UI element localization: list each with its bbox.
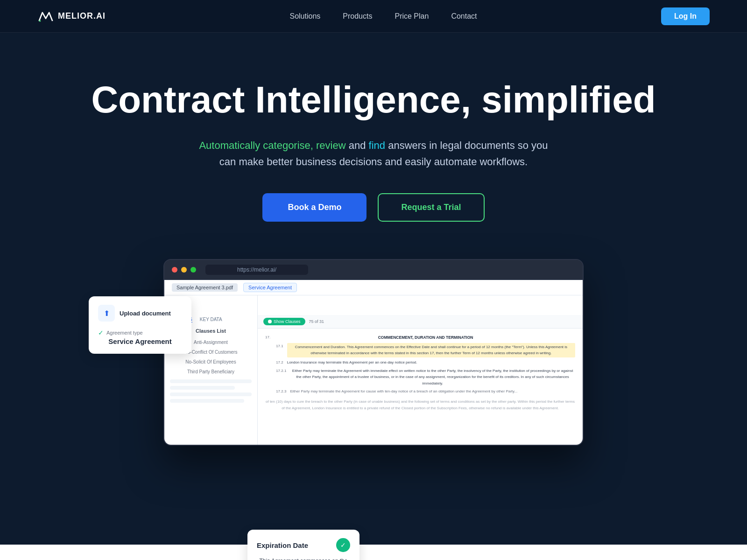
- agreement-card: ✓ Agreement type Service Agreement: [98, 329, 182, 345]
- nav-contact[interactable]: Contact: [451, 12, 477, 21]
- logo[interactable]: MELIOR.AI: [37, 10, 106, 23]
- upload-icon: ⬆: [98, 305, 115, 322]
- social-proof-section: Leading organisations use Melior swissco…: [0, 545, 747, 560]
- section-num: 17.: [265, 334, 270, 395]
- agreement-type-label: ✓ Agreement type: [98, 329, 182, 336]
- dot-yellow: [181, 267, 187, 273]
- url-bar: https://melior.ai/: [205, 265, 308, 275]
- logo-text: MELIOR.AI: [58, 11, 106, 21]
- hero-subtitle: Automatically categorise, review and fin…: [191, 137, 556, 170]
- navbar: MELIOR.AI Solutions Products Price Plan …: [0, 0, 747, 33]
- expiry-title: Expiration Date: [257, 541, 308, 549]
- nav-links: Solutions Products Price Plan Contact: [289, 12, 477, 21]
- doc-para-1: Commencement and Duration. This Agreemen…: [287, 343, 575, 357]
- laptop-bar: https://melior.ai/: [164, 260, 583, 280]
- laptop-main: Show Clauses 75 of 31 17. COMMENCEMENT, …: [258, 295, 583, 445]
- service-tab[interactable]: Service Agreement: [243, 283, 297, 292]
- expiry-check-icon: ✓: [336, 538, 350, 552]
- nav-products[interactable]: Products: [343, 12, 372, 21]
- mockup-container: ⬆ Upload document ✓ Agreement type Servi…: [163, 259, 584, 517]
- doc-content: 17. COMMENCEMENT, DURATION AND TERMINATI…: [258, 329, 583, 417]
- placeholder-line-1: [170, 379, 252, 383]
- agreement-type-value: Service Agreement: [98, 337, 182, 345]
- upload-label: Upload document: [120, 310, 171, 317]
- hero-subtitle-and: and: [349, 140, 369, 151]
- placeholder-line-3: [170, 392, 252, 396]
- laptop-mockup: https://melior.ai/ Sample Agreement 3.pd…: [163, 259, 584, 446]
- sidebar-tab-keydata[interactable]: KEY DATA: [200, 317, 222, 322]
- expiration-card: Expiration Date ✓ This Agreement commenc…: [247, 530, 359, 560]
- doc-section-title: COMMENCEMENT, DURATION AND TERMINATION: [276, 334, 575, 341]
- hero-title: Contract Intelligence, simplified: [37, 79, 710, 120]
- doc-para-3: Either Party may terminate the Agreement…: [290, 368, 575, 387]
- clause-item-4[interactable]: Third Party Beneficiary: [164, 367, 257, 377]
- book-demo-button[interactable]: Book a Demo: [262, 193, 366, 222]
- dot-red: [172, 267, 177, 273]
- placeholder-line-4: [170, 399, 244, 403]
- page-count: 75 of 31: [309, 319, 324, 324]
- laptop-body: CLAUSES KEY DATA Clauses List Anti-Assig…: [164, 295, 583, 445]
- upload-card: ⬆ Upload document ✓ Agreement type Servi…: [89, 296, 191, 354]
- clause-item-3[interactable]: No-Solicit Of Employees: [164, 357, 257, 367]
- nav-solutions[interactable]: Solutions: [289, 12, 320, 21]
- expiry-header: Expiration Date ✓: [257, 538, 350, 552]
- doc-toolbar: Show Clauses 75 of 31: [258, 315, 583, 329]
- doc-para-4: Either Party may terminate the Agreement…: [290, 388, 517, 395]
- nav-price-plan[interactable]: Price Plan: [395, 12, 429, 21]
- doc-para-2: London Insurance may terminate this Agre…: [287, 359, 417, 366]
- request-trial-button[interactable]: Request a Trial: [378, 193, 484, 222]
- check-icon: ✓: [98, 329, 104, 336]
- dot-green: [190, 267, 196, 273]
- toolbar-toggle[interactable]: Show Clauses: [263, 318, 305, 325]
- placeholder-line-2: [170, 386, 235, 390]
- hero-buttons: Book a Demo Request a Trial: [37, 193, 710, 222]
- file-tab-bar: Sample Agreement 3.pdf Service Agreement: [164, 280, 583, 295]
- expiry-body: This Agreement commences on the Effectiv…: [257, 557, 350, 560]
- logo-icon: [37, 10, 54, 23]
- login-button[interactable]: Log In: [661, 7, 710, 25]
- doc-footer-text: of ten (10) days to cure the breach to t…: [265, 399, 575, 412]
- file-tab[interactable]: Sample Agreement 3.pdf: [172, 283, 238, 292]
- hero-subtitle-highlight1: Automatically categorise, review: [199, 140, 345, 151]
- hero-section: Contract Intelligence, simplified Automa…: [0, 33, 747, 545]
- hero-subtitle-highlight2: find: [369, 140, 385, 151]
